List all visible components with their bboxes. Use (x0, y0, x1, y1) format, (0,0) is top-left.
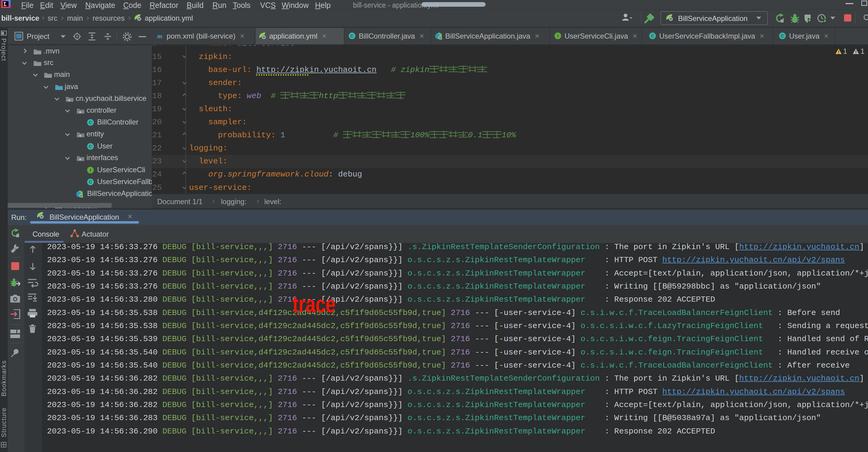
svg-text:I: I (90, 167, 91, 173)
svg-text:m: m (157, 32, 162, 40)
svg-text:C: C (350, 33, 354, 38)
svg-text:C: C (89, 120, 92, 125)
svg-text:I: I (557, 33, 558, 38)
svg-text:C: C (781, 33, 784, 38)
svg-text:C: C (651, 33, 654, 38)
svg-text:C: C (89, 144, 92, 149)
svg-text:C: C (89, 179, 92, 185)
